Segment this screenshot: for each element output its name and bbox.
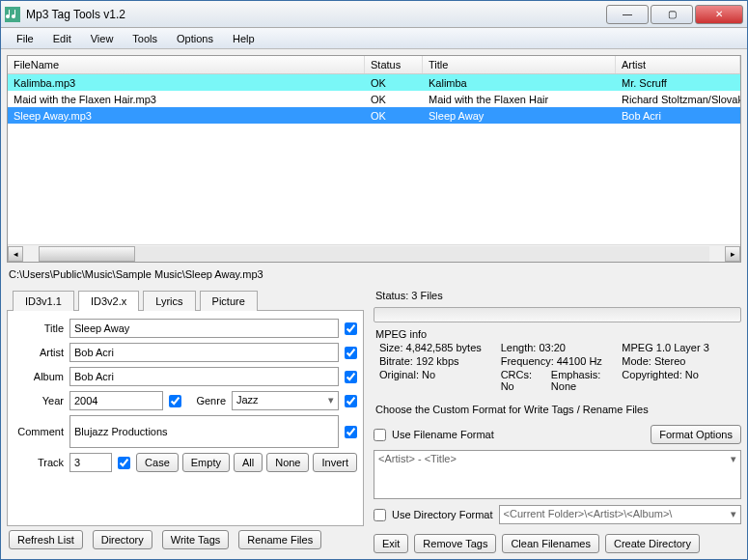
case-button[interactable]: Case <box>136 453 179 472</box>
empty-button[interactable]: Empty <box>182 453 230 472</box>
track-field[interactable] <box>69 453 112 472</box>
col-status[interactable]: Status <box>365 56 423 73</box>
title-check[interactable] <box>345 322 357 335</box>
label-album: Album <box>14 371 64 382</box>
menu-view[interactable]: View <box>81 30 124 47</box>
mpeg-original: Original: No <box>379 369 493 392</box>
cell-status: OK <box>365 94 423 105</box>
invert-button[interactable]: Invert <box>313 453 357 472</box>
label-artist: Artist <box>14 347 64 358</box>
scroll-track[interactable] <box>39 246 709 262</box>
refresh-list-button[interactable]: Refresh List <box>9 530 83 549</box>
svg-rect-0 <box>5 7 20 22</box>
label-comment: Comment <box>14 426 64 437</box>
year-field[interactable] <box>69 391 163 410</box>
cell-status: OK <box>365 110 423 122</box>
table-row[interactable]: Kalimba.mp3OKKalimbaMr. Scruff <box>8 74 740 91</box>
title-field[interactable] <box>69 319 339 338</box>
minimize-button[interactable]: — <box>606 5 649 24</box>
rename-files-button[interactable]: Rename Files <box>238 530 321 549</box>
titlebar: Mp3 Tag Tools v1.2 — ▢ ✕ <box>1 1 747 28</box>
cell-status: OK <box>365 77 423 89</box>
mpeg-bitrate: Bitrate: 192 kbps <box>379 355 493 367</box>
current-path: C:\Users\Public\Music\Sample Music\Sleep… <box>7 266 741 284</box>
mpeg-version: MPEG 1.0 Layer 3 <box>622 342 735 353</box>
mpeg-copyright: Copyrighted: No <box>622 369 735 392</box>
album-check[interactable] <box>345 371 357 383</box>
mpeg-frequency: Frequency: 44100 Hz <box>501 355 615 367</box>
tag-editor-pane: ID3v1.1 ID3v2.x Lyrics Picture Title Art… <box>7 290 364 553</box>
artist-field[interactable] <box>69 343 339 362</box>
app-window: Mp3 Tag Tools v1.2 — ▢ ✕ File Edit View … <box>0 0 748 560</box>
cell-filename: Sleep Away.mp3 <box>8 110 365 122</box>
menu-edit[interactable]: Edit <box>43 30 81 47</box>
album-field[interactable] <box>69 367 339 386</box>
write-tags-button[interactable]: Write Tags <box>162 530 230 549</box>
filename-format-combo[interactable]: <Artist> - <Title> <box>374 450 741 499</box>
use-directory-label: Use Directory Format <box>392 509 493 520</box>
cell-title: Kalimba <box>423 77 616 89</box>
none-button[interactable]: None <box>266 453 309 472</box>
menu-help[interactable]: Help <box>223 30 264 47</box>
label-title: Title <box>14 322 64 334</box>
mpeg-mode: Mode: Stereo <box>622 355 735 367</box>
left-bottom-bar: Refresh List Directory Write Tags Rename… <box>7 526 364 553</box>
label-genre: Genre <box>187 395 226 406</box>
file-listview[interactable]: FileName Status Title Artist Kalimba.mp3… <box>7 55 741 263</box>
use-filename-check[interactable] <box>374 429 386 441</box>
listview-body: Kalimba.mp3OKKalimbaMr. ScruffMaid with … <box>8 74 740 244</box>
tab-lyrics[interactable]: Lyrics <box>143 291 195 311</box>
scroll-thumb[interactable] <box>39 246 135 262</box>
directory-button[interactable]: Directory <box>93 530 152 549</box>
mpeg-title: MPEG info <box>374 328 741 342</box>
artist-check[interactable] <box>345 347 357 359</box>
cell-filename: Kalimba.mp3 <box>8 77 365 89</box>
cell-filename: Maid with the Flaxen Hair.mp3 <box>8 94 365 105</box>
cell-artist: Richard Stoltzman/Slovak <box>616 94 740 105</box>
comment-field[interactable] <box>69 415 339 448</box>
horizontal-scrollbar[interactable]: ◂ ▸ <box>8 244 740 262</box>
track-check[interactable] <box>118 457 130 469</box>
cell-title: Sleep Away <box>423 110 616 122</box>
clean-filenames-button[interactable]: Clean Filenames <box>502 534 599 553</box>
scroll-left-icon[interactable]: ◂ <box>8 246 23 262</box>
cell-artist: Bob Acri <box>616 110 740 122</box>
mpeg-info: MPEG info Size: 4,842,585 bytes Length: … <box>374 328 741 392</box>
menu-file[interactable]: File <box>7 30 43 47</box>
mpeg-size: Size: 4,842,585 bytes <box>379 342 493 353</box>
table-row[interactable]: Sleep Away.mp3OKSleep AwayBob Acri <box>8 107 740 124</box>
menu-options[interactable]: Options <box>167 30 223 47</box>
tab-id3v1[interactable]: ID3v1.1 <box>13 291 74 311</box>
window-title: Mp3 Tag Tools v1.2 <box>26 8 606 21</box>
create-directory-button[interactable]: Create Directory <box>605 534 700 553</box>
status-label: Status: 3 Files <box>374 290 741 301</box>
exit-button[interactable]: Exit <box>374 534 408 553</box>
year-check[interactable] <box>169 395 181 407</box>
genre-select[interactable]: Jazz <box>232 391 339 410</box>
tab-id3v2[interactable]: ID3v2.x <box>78 291 139 311</box>
table-row[interactable]: Maid with the Flaxen Hair.mp3OKMaid with… <box>8 91 740 107</box>
mpeg-length: Length: 03:20 <box>501 342 615 353</box>
tab-picture[interactable]: Picture <box>200 291 258 311</box>
directory-format-combo[interactable]: <Current Folder>\<Artist>\<Album>\ <box>499 505 741 524</box>
tag-tabs: ID3v1.1 ID3v2.x Lyrics Picture <box>7 290 364 311</box>
menubar: File Edit View Tools Options Help <box>1 28 747 49</box>
menu-tools[interactable]: Tools <box>123 30 167 47</box>
all-button[interactable]: All <box>234 453 263 472</box>
maximize-button[interactable]: ▢ <box>651 5 693 24</box>
listview-header: FileName Status Title Artist <box>8 56 740 74</box>
tab-content: Title Artist Album Y <box>7 311 364 526</box>
genre-check[interactable] <box>345 395 357 407</box>
col-title[interactable]: Title <box>423 56 616 73</box>
mpeg-emphasis: Emphasis: None <box>551 369 615 392</box>
close-button[interactable]: ✕ <box>695 5 743 24</box>
content-area: FileName Status Title Artist Kalimba.mp3… <box>1 49 747 559</box>
label-track: Track <box>14 457 64 468</box>
col-artist[interactable]: Artist <box>616 56 740 73</box>
format-options-button[interactable]: Format Options <box>651 425 741 444</box>
remove-tags-button[interactable]: Remove Tags <box>414 534 496 553</box>
col-filename[interactable]: FileName <box>8 56 365 73</box>
use-directory-check[interactable] <box>374 509 386 521</box>
scroll-right-icon[interactable]: ▸ <box>725 246 740 262</box>
comment-check[interactable] <box>345 426 357 438</box>
